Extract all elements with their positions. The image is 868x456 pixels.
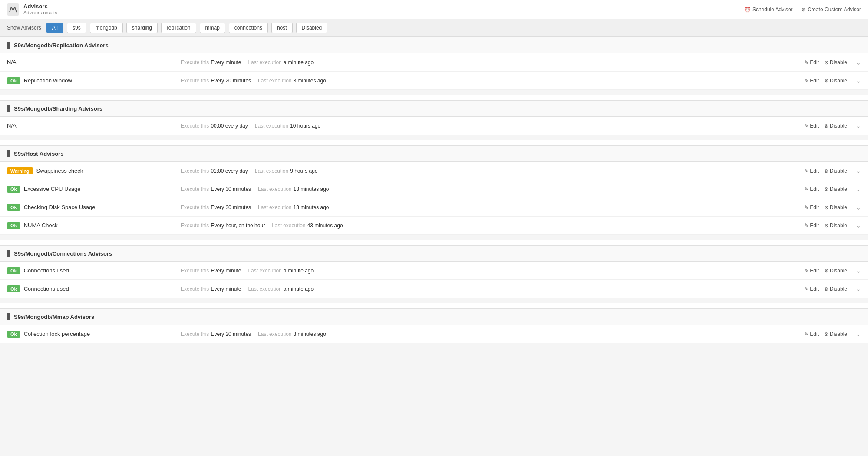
status-badge: Warning — [7, 167, 33, 174]
edit-button[interactable]: ✎ Edit — [804, 123, 819, 129]
chevron-down-icon[interactable]: ⌄ — [856, 331, 861, 338]
filter-btn-mmap[interactable]: mmap — [200, 23, 225, 33]
disable-button[interactable]: ⊗ Disable — [824, 331, 847, 337]
header-right: ⏰ Schedule Advisor ⊕ Create Custom Advis… — [744, 7, 861, 13]
chevron-down-icon[interactable]: ⌄ — [856, 222, 861, 229]
advisor-right: ✎ Edit ⊗ Disable ⌄ — [804, 59, 861, 66]
filter-btn-all[interactable]: All — [46, 23, 63, 33]
edit-icon: ✎ — [804, 123, 809, 129]
status-badge: Ok — [7, 331, 20, 338]
last-execution-label: Last execution — [258, 204, 291, 210]
schedule-icon: ⏰ — [744, 7, 751, 13]
advisor-name: Connections used — [24, 285, 69, 292]
chevron-down-icon[interactable]: ⌄ — [856, 167, 861, 174]
chevron-down-icon[interactable]: ⌄ — [856, 77, 861, 84]
edit-button[interactable]: ✎ Edit — [804, 168, 819, 174]
section-header-sharding: S9s/Mongodb/Sharding Advisors — [0, 100, 868, 117]
chevron-down-icon[interactable]: ⌄ — [856, 204, 861, 211]
advisor-center: Execute this 01:00 every day Last execut… — [181, 168, 804, 174]
edit-button[interactable]: ✎ Edit — [804, 286, 819, 292]
edit-button[interactable]: ✎ Edit — [804, 204, 819, 210]
filter-bar: Show Advisors All s9s mongodb sharding r… — [0, 19, 868, 37]
edit-icon: ✎ — [804, 78, 809, 84]
disable-button[interactable]: ⊗ Disable — [824, 123, 847, 129]
disable-label: Disable — [830, 331, 847, 337]
filter-btn-connections[interactable]: connections — [229, 23, 268, 33]
execute-value: Every 30 minutes — [211, 186, 251, 192]
section-title: S9s/Host Advisors — [14, 151, 63, 157]
advisor-right: ✎ Edit ⊗ Disable ⌄ — [804, 167, 861, 174]
disable-icon: ⊗ — [824, 168, 828, 174]
advisor-center: Execute this Every minute Last execution… — [181, 286, 804, 292]
advisor-center: Execute this 00:00 every day Last execut… — [181, 123, 804, 129]
section-spacer — [0, 298, 868, 303]
advisor-name: Checking Disk Space Usage — [24, 204, 96, 210]
chevron-down-icon[interactable]: ⌄ — [856, 267, 861, 274]
disable-button[interactable]: ⊗ Disable — [824, 204, 847, 210]
disable-icon: ⊗ — [824, 59, 828, 66]
disable-button[interactable]: ⊗ Disable — [824, 286, 847, 292]
last-execution-label: Last execution — [255, 123, 288, 129]
disable-icon: ⊗ — [824, 268, 828, 274]
schedule-advisor-link[interactable]: ⏰ Schedule Advisor — [744, 7, 793, 13]
advisor-center: Execute this Every minute Last execution… — [181, 59, 804, 66]
disable-button[interactable]: ⊗ Disable — [824, 168, 847, 174]
filter-btn-s9s[interactable]: s9s — [67, 23, 86, 33]
filter-label: Show Advisors — [7, 25, 41, 31]
filter-btn-host[interactable]: host — [271, 23, 293, 33]
advisor-center: Execute this Every 20 minutes Last execu… — [181, 331, 804, 337]
section-header-host: S9s/Host Advisors — [0, 145, 868, 162]
disable-label: Disable — [830, 59, 847, 66]
disable-button[interactable]: ⊗ Disable — [824, 59, 847, 66]
chevron-down-icon[interactable]: ⌄ — [856, 122, 861, 129]
status-badge: Ok — [7, 285, 20, 292]
filter-btn-replication[interactable]: replication — [161, 23, 196, 33]
chevron-down-icon[interactable]: ⌄ — [856, 285, 861, 292]
execute-value: Every 20 minutes — [211, 78, 251, 84]
advisor-right: ✎ Edit ⊗ Disable ⌄ — [804, 77, 861, 84]
disable-button[interactable]: ⊗ Disable — [824, 186, 847, 192]
last-execution-value: a minute ago — [284, 59, 314, 66]
advisor-row: Ok NUMA Check Execute this Every hour, o… — [0, 217, 868, 235]
filter-btn-sharding[interactable]: sharding — [126, 23, 158, 33]
edit-label: Edit — [810, 286, 819, 292]
section-title: S9s/Mongodb/Connections Advisors — [14, 250, 112, 257]
create-custom-advisor-link[interactable]: ⊕ Create Custom Advisor — [802, 7, 861, 13]
chevron-down-icon[interactable]: ⌄ — [856, 186, 861, 193]
filter-btn-mongodb[interactable]: mongodb — [90, 23, 123, 33]
last-execution-value: 13 minutes ago — [293, 186, 329, 192]
edit-button[interactable]: ✎ Edit — [804, 223, 819, 229]
edit-button[interactable]: ✎ Edit — [804, 268, 819, 274]
section-icon — [7, 313, 10, 320]
section-spacer — [0, 235, 868, 240]
execute-label: Execute this — [181, 268, 209, 274]
advisor-left: N/A — [7, 122, 181, 129]
last-execution-value: a minute ago — [284, 268, 314, 274]
execute-value: Every 30 minutes — [211, 204, 251, 210]
status-badge: Ok — [7, 204, 20, 211]
app-title: Advisors — [23, 3, 57, 10]
section-spacer — [0, 90, 868, 95]
execute-label: Execute this — [181, 331, 209, 337]
edit-button[interactable]: ✎ Edit — [804, 78, 819, 84]
edit-button[interactable]: ✎ Edit — [804, 59, 819, 66]
app-container: Advisors Advisors results ⏰ Schedule Adv… — [0, 0, 868, 343]
status-badge: Ok — [7, 77, 20, 84]
chevron-down-icon[interactable]: ⌄ — [856, 59, 861, 66]
advisor-row: N/A Execute this Every minute Last execu… — [0, 53, 868, 72]
execute-value: Every minute — [211, 268, 241, 274]
filter-btn-disabled[interactable]: Disabled — [296, 23, 328, 33]
execute-label: Execute this — [181, 78, 209, 84]
edit-button[interactable]: ✎ Edit — [804, 186, 819, 192]
last-execution-label: Last execution — [248, 286, 281, 292]
disable-button[interactable]: ⊗ Disable — [824, 268, 847, 274]
disable-button[interactable]: ⊗ Disable — [824, 223, 847, 229]
advisor-center: Execute this Every 30 minutes Last execu… — [181, 186, 804, 192]
advisor-name: N/A — [7, 122, 17, 129]
execute-value: Every 20 minutes — [211, 331, 251, 337]
edit-button[interactable]: ✎ Edit — [804, 331, 819, 337]
disable-button[interactable]: ⊗ Disable — [824, 78, 847, 84]
disable-label: Disable — [830, 123, 847, 129]
section-icon — [7, 150, 10, 157]
section-icon — [7, 42, 10, 49]
